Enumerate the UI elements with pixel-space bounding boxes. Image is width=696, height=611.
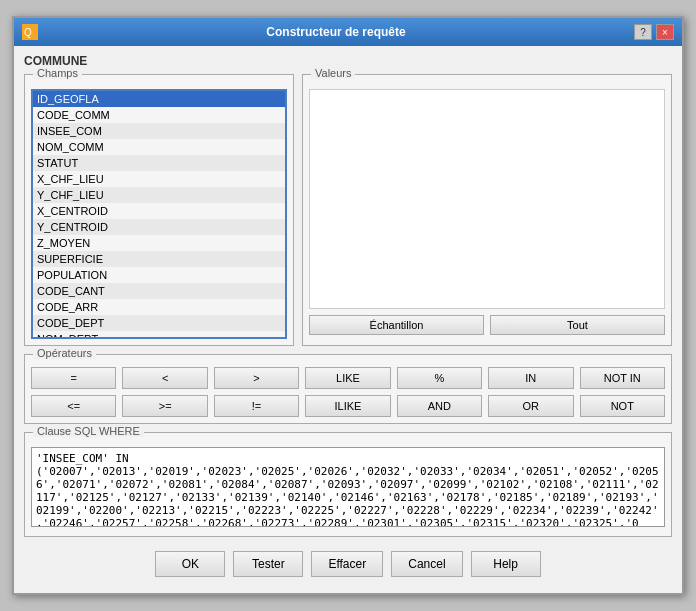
- close-button[interactable]: ×: [656, 24, 674, 40]
- valeurs-buttons: Échantillon Tout: [309, 315, 665, 335]
- field-item[interactable]: Z_MOYEN: [33, 235, 285, 251]
- field-item[interactable]: ID_GEOFLA: [33, 91, 285, 107]
- operator-button[interactable]: %: [397, 367, 482, 389]
- dialog-title: Constructeur de requête: [38, 25, 634, 39]
- cancel-button[interactable]: Cancel: [391, 551, 462, 577]
- field-item[interactable]: CODE_COMM: [33, 107, 285, 123]
- effacer-button[interactable]: Effacer: [311, 551, 383, 577]
- field-item[interactable]: X_CHF_LIEU: [33, 171, 285, 187]
- valeurs-area: [309, 89, 665, 309]
- champs-title: Champs: [33, 67, 82, 79]
- bottom-buttons: OK Tester Effacer Cancel Help: [24, 545, 672, 585]
- operator-button[interactable]: AND: [397, 395, 482, 417]
- sql-group: Clause SQL WHERE: [24, 432, 672, 537]
- top-section: Champs ID_GEOFLACODE_COMMINSEE_COMNOM_CO…: [24, 74, 672, 346]
- operator-button[interactable]: NOT IN: [580, 367, 665, 389]
- operateurs-group: Opérateurs =<>LIKE%INNOT IN <=>=!=ILIKEA…: [24, 354, 672, 424]
- champs-group: Champs ID_GEOFLACODE_COMMINSEE_COMNOM_CO…: [24, 74, 294, 346]
- help-dialog-button[interactable]: Help: [471, 551, 541, 577]
- tout-button[interactable]: Tout: [490, 315, 665, 335]
- operator-button[interactable]: NOT: [580, 395, 665, 417]
- dialog-body: COMMUNE Champs ID_GEOFLACODE_COMMINSEE_C…: [14, 46, 682, 593]
- operator-button[interactable]: =: [31, 367, 116, 389]
- field-item[interactable]: POPULATION: [33, 267, 285, 283]
- field-item[interactable]: INSEE_COM: [33, 123, 285, 139]
- operator-button[interactable]: <: [122, 367, 207, 389]
- valeurs-title: Valeurs: [311, 67, 355, 79]
- field-item[interactable]: CODE_ARR: [33, 299, 285, 315]
- dialog: Q Constructeur de requête ? × COMMUNE Ch…: [12, 16, 684, 595]
- title-bar-left: Q: [22, 24, 38, 40]
- sql-title: Clause SQL WHERE: [33, 425, 144, 437]
- help-button[interactable]: ?: [634, 24, 652, 40]
- operator-button[interactable]: ILIKE: [305, 395, 390, 417]
- field-item[interactable]: CODE_DEPT: [33, 315, 285, 331]
- field-item[interactable]: X_CENTROID: [33, 203, 285, 219]
- operator-button[interactable]: <=: [31, 395, 116, 417]
- svg-text:Q: Q: [24, 27, 32, 38]
- app-icon: Q: [22, 24, 38, 40]
- operator-button[interactable]: >: [214, 367, 299, 389]
- field-item[interactable]: Y_CHF_LIEU: [33, 187, 285, 203]
- tester-button[interactable]: Tester: [233, 551, 303, 577]
- operator-button[interactable]: IN: [488, 367, 573, 389]
- operators-row2: <=>=!=ILIKEANDORNOT: [31, 395, 665, 417]
- field-item[interactable]: NOM_COMM: [33, 139, 285, 155]
- field-item[interactable]: STATUT: [33, 155, 285, 171]
- field-item[interactable]: Y_CENTROID: [33, 219, 285, 235]
- title-bar: Q Constructeur de requête ? ×: [14, 18, 682, 46]
- field-item[interactable]: NOM_DEPT: [33, 331, 285, 339]
- fields-list[interactable]: ID_GEOFLACODE_COMMINSEE_COMNOM_COMMSTATU…: [31, 89, 287, 339]
- ok-button[interactable]: OK: [155, 551, 225, 577]
- field-item[interactable]: SUPERFICIE: [33, 251, 285, 267]
- operators-row1: =<>LIKE%INNOT IN: [31, 367, 665, 389]
- sql-textarea[interactable]: [31, 447, 665, 527]
- operator-button[interactable]: >=: [122, 395, 207, 417]
- operator-button[interactable]: OR: [488, 395, 573, 417]
- valeurs-group: Valeurs Échantillon Tout: [302, 74, 672, 346]
- title-bar-controls: ? ×: [634, 24, 674, 40]
- operator-button[interactable]: !=: [214, 395, 299, 417]
- operator-button[interactable]: LIKE: [305, 367, 390, 389]
- operateurs-title: Opérateurs: [33, 347, 96, 359]
- field-item[interactable]: CODE_CANT: [33, 283, 285, 299]
- commune-label: COMMUNE: [24, 54, 672, 68]
- echantillon-button[interactable]: Échantillon: [309, 315, 484, 335]
